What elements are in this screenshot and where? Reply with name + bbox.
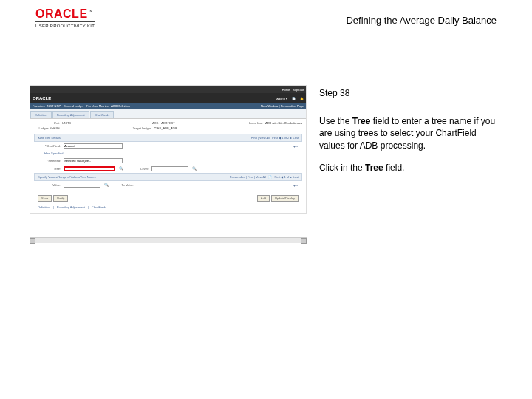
selected-select[interactable] xyxy=(64,158,123,163)
tree-label: Tree: xyxy=(38,167,61,171)
chartfield-label: *ChartField: xyxy=(38,144,61,148)
home-link[interactable]: Home xyxy=(282,88,290,92)
oracle-bar: ORACLE Add to ▾ 📄 🔔 xyxy=(30,93,306,103)
level-label: Level: xyxy=(126,167,149,171)
scroll-left-icon[interactable] xyxy=(30,238,35,244)
notify-button[interactable]: Notify xyxy=(53,195,68,202)
adb-label: ADB: xyxy=(133,121,159,125)
instruction-2: Click in the Tree field. xyxy=(319,162,504,174)
lookup-icon[interactable]: 🔍 xyxy=(103,183,109,188)
localuse-label: Local Use: xyxy=(237,121,263,125)
breadcrumb-links[interactable]: New Window | Personalize Page xyxy=(261,104,304,109)
step-number: Step 38 xyxy=(319,87,504,99)
value-field[interactable] xyxy=(64,183,100,188)
tab-definition[interactable]: Definition xyxy=(30,111,52,118)
ledger-label: Ledger: SHARE xyxy=(34,126,60,130)
nav-values[interactable]: First ◀ 1 of ▶ Last xyxy=(275,175,299,179)
chartfield-select[interactable] xyxy=(64,143,123,149)
oracle-logo-block: ORACLE™ USER PRODUCTIVITY KIT xyxy=(35,7,95,28)
value-label: Value: xyxy=(38,183,61,187)
upk-subtitle: USER PRODUCTIVITY KIT xyxy=(35,21,95,28)
find-viewall-link[interactable]: Find | View All xyxy=(251,136,270,140)
section-specify-values: Specify Values/Range of Values/Tree Node… xyxy=(34,173,302,181)
lookup-icon[interactable]: 🔍 xyxy=(118,166,123,171)
breadcrumb: Favorites • NGT NGP • General Ledg... • … xyxy=(30,103,306,109)
trademark: ™ xyxy=(88,9,93,14)
how-specified-link[interactable]: How Specified xyxy=(44,151,64,155)
lookup-icon[interactable]: 🔍 xyxy=(191,166,197,171)
tab-strip: Definition Rounding Adjustment ChartFiel… xyxy=(30,109,306,119)
nav-first-last[interactable]: First ◀ 1 of 2 ▶ Last xyxy=(272,136,299,140)
action-icon[interactable]: 🔔 xyxy=(300,97,304,100)
section-adb-tree: ADB Tree Details Find | View All First ◀… xyxy=(34,134,302,142)
add-button[interactable]: Add xyxy=(257,195,270,202)
horizontal-scrollbar[interactable] xyxy=(30,237,307,243)
bottom-links: Definition | Rounding Adjustment | Chart… xyxy=(34,204,302,211)
link-chartfields[interactable]: ChartFields xyxy=(92,205,106,209)
app-logo: ORACLE xyxy=(33,96,51,100)
notif-icon[interactable]: 📄 xyxy=(292,97,296,100)
save-button[interactable]: Save xyxy=(38,195,52,202)
tab-chartfields[interactable]: ChartFields xyxy=(90,111,114,118)
signout-link[interactable]: Sign out xyxy=(293,88,304,92)
addto-dropdown[interactable]: Add to ▾ xyxy=(276,97,287,100)
page-title: Defining the Average Daily Balance xyxy=(346,15,497,26)
app-topbar: Home Sign out xyxy=(30,86,306,93)
tree-field[interactable] xyxy=(64,166,115,171)
personalize-link[interactable]: Personalize | Find | View All | 📄 xyxy=(230,175,272,179)
tab-rounding[interactable]: Rounding Adjustment xyxy=(52,111,89,118)
target-ledger-label: Target Ledger: xyxy=(126,126,151,130)
unit-value: UNITS xyxy=(62,121,71,125)
selected-label: *Selected: xyxy=(38,159,61,163)
instruction-1: Use the Tree field to enter a tree name … xyxy=(319,115,504,151)
oracle-logo: ORACLE xyxy=(35,7,88,20)
update-button[interactable]: Update/Display xyxy=(271,195,299,202)
unit-label: Unit: xyxy=(34,121,60,125)
breadcrumb-path[interactable]: Favorites • NGT NGP • General Ledg... • … xyxy=(33,104,130,109)
link-definition[interactable]: Definition xyxy=(38,205,50,209)
link-rounding[interactable]: Rounding Adjustment xyxy=(57,205,85,209)
localuse-value: ADB with Kith Dbn balances xyxy=(265,121,302,125)
target-ledger-value: ***FS_ADB_ADB xyxy=(154,126,177,130)
page-header: ORACLE™ USER PRODUCTIVITY KIT Defining t… xyxy=(0,0,532,35)
instruction-panel: Step 38 Use the Tree field to enter a tr… xyxy=(319,87,504,184)
adb-value: ADBTEST xyxy=(161,121,174,125)
scroll-right-icon[interactable] xyxy=(301,238,307,244)
tovalue-label: To Value: xyxy=(112,183,134,187)
screenshot-thumbnail: Home Sign out ORACLE Add to ▾ 📄 🔔 Favori… xyxy=(30,85,307,243)
level-field[interactable] xyxy=(151,166,188,171)
